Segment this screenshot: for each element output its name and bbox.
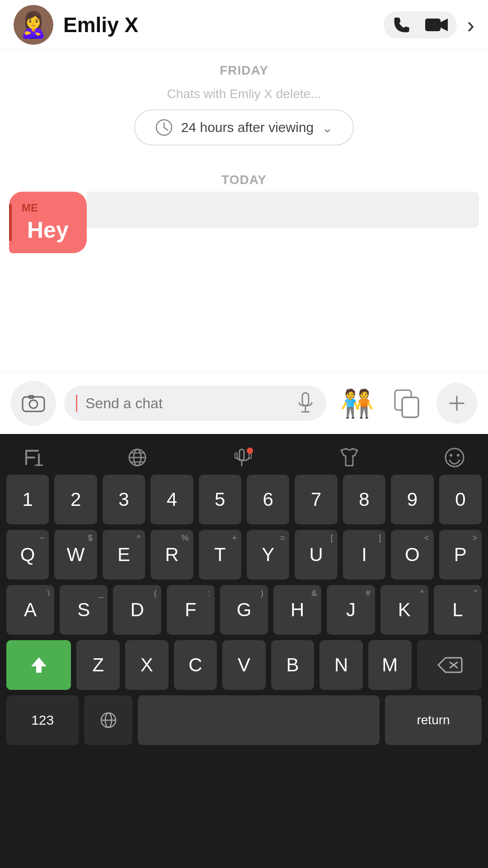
sticker-button[interactable]	[388, 383, 428, 424]
call-video-group	[384, 11, 457, 38]
key-a[interactable]: \A	[6, 585, 54, 635]
voice-record-button[interactable]	[230, 445, 256, 470]
key-o[interactable]: <O	[391, 530, 433, 580]
emoji-button[interactable]	[443, 446, 466, 469]
kb-row-asdf: \A _S (D :F )G &H #J *K "L	[6, 585, 482, 635]
svg-line-3	[164, 127, 168, 130]
key-9[interactable]: 9	[391, 475, 433, 524]
key-l[interactable]: "L	[434, 585, 482, 635]
add-button[interactable]	[436, 383, 477, 424]
key-6[interactable]: 6	[247, 475, 289, 524]
shirt-button[interactable]	[338, 446, 361, 469]
key-z[interactable]: Z	[76, 640, 120, 690]
chat-input-wrap[interactable]	[64, 386, 326, 421]
phone-icon	[392, 15, 412, 35]
globe-key-button[interactable]	[84, 695, 132, 745]
avatar[interactable]: 🙎‍♀️	[14, 5, 53, 45]
key-0[interactable]: 0	[439, 475, 482, 524]
key-3[interactable]: 3	[103, 475, 145, 524]
key-7[interactable]: 7	[295, 475, 337, 524]
svg-rect-11	[402, 397, 418, 417]
video-icon	[424, 15, 449, 35]
contact-name: Emliy X	[63, 13, 384, 37]
key-f[interactable]: :F	[167, 585, 215, 635]
globe-button[interactable]	[126, 446, 149, 469]
globe-key-icon	[99, 710, 118, 730]
shift-icon	[28, 655, 49, 675]
key-j[interactable]: #J	[327, 585, 375, 635]
clock-icon	[155, 118, 173, 137]
svg-point-31	[457, 454, 460, 457]
day-label-today: TODAY	[0, 159, 488, 192]
mic-icon	[296, 392, 314, 415]
text-style-icon	[22, 446, 44, 469]
timer-pill[interactable]: 24 hours after viewing ⌄	[134, 109, 354, 146]
chat-header: 🙎‍♀️ Emliy X ›	[0, 0, 488, 50]
numbers-button[interactable]: 123	[6, 695, 79, 745]
svg-rect-7	[302, 393, 309, 406]
kb-row-bottom: 123 return	[6, 695, 482, 745]
key-i[interactable]: ]I	[343, 530, 385, 580]
backspace-button[interactable]	[417, 640, 482, 690]
svg-point-5	[29, 400, 38, 408]
swipe-indicator	[87, 192, 479, 228]
key-r[interactable]: %R	[150, 530, 193, 580]
voice-call-button[interactable]	[392, 15, 412, 35]
key-v[interactable]: V	[222, 640, 266, 690]
text-style-button[interactable]	[22, 446, 44, 469]
chat-area: FRIDAY Chats with Emliy X delete... 24 h…	[0, 50, 488, 268]
input-bar: 🧑‍🤝‍🧑	[0, 372, 488, 434]
globe-icon	[126, 446, 149, 469]
key-2[interactable]: 2	[54, 475, 97, 524]
key-1[interactable]: 1	[6, 475, 49, 524]
key-k[interactable]: *K	[380, 585, 428, 635]
message-sender-label: ME	[22, 202, 69, 214]
profile-chevron-button[interactable]: ›	[467, 12, 474, 38]
camera-icon	[22, 393, 45, 413]
key-4[interactable]: 4	[150, 475, 193, 524]
kb-row-numbers: 1 2 3 4 5 6 7 8 9 0	[6, 475, 482, 524]
key-p[interactable]: >P	[439, 530, 482, 580]
avatar-image: 🙎‍♀️	[18, 10, 49, 40]
kb-row-zxcv: Z X C V B N M	[6, 640, 482, 690]
key-u[interactable]: [U	[295, 530, 337, 580]
svg-rect-25	[239, 449, 244, 460]
key-x[interactable]: X	[125, 640, 169, 690]
key-q[interactable]: ~Q	[6, 530, 49, 580]
return-button[interactable]: return	[385, 695, 482, 745]
backspace-icon	[436, 655, 463, 675]
message-text: Hey	[22, 217, 69, 243]
cursor	[76, 395, 77, 412]
timer-chevron-down-icon[interactable]: ⌄	[322, 120, 333, 136]
camera-button[interactable]	[11, 381, 56, 426]
key-m[interactable]: M	[368, 640, 412, 690]
day-label-friday: FRIDAY	[0, 50, 488, 82]
emoji-icon	[443, 446, 466, 469]
key-y[interactable]: =Y	[247, 530, 289, 580]
key-d[interactable]: (D	[113, 585, 161, 635]
plus-icon	[446, 393, 467, 414]
key-g[interactable]: )G	[220, 585, 268, 635]
video-call-button[interactable]	[424, 15, 449, 35]
key-s[interactable]: _S	[60, 585, 108, 635]
key-t[interactable]: +T	[199, 530, 241, 580]
key-c[interactable]: C	[174, 640, 217, 690]
bitmoji-icon: 🧑‍🤝‍🧑	[340, 387, 374, 420]
sticker-icon	[392, 387, 424, 419]
key-b[interactable]: B	[271, 640, 314, 690]
key-n[interactable]: N	[319, 640, 363, 690]
key-8[interactable]: 8	[343, 475, 385, 524]
key-w[interactable]: $W	[54, 530, 97, 580]
key-5[interactable]: 5	[199, 475, 241, 524]
keyboard: 1 2 3 4 5 6 7 8 9 0 ~Q $W ^E %R +T =Y [U…	[0, 434, 488, 868]
space-button[interactable]	[138, 695, 380, 745]
shift-button[interactable]	[6, 640, 71, 690]
key-h[interactable]: &H	[273, 585, 321, 635]
key-e[interactable]: ^E	[103, 530, 145, 580]
keyboard-toolbar	[0, 434, 488, 475]
chat-input[interactable]	[85, 395, 289, 412]
shirt-icon	[338, 446, 361, 469]
mic-button[interactable]	[296, 392, 314, 415]
bitmoji-button[interactable]: 🧑‍🤝‍🧑	[334, 381, 380, 426]
message-row: ME Hey	[0, 192, 488, 253]
